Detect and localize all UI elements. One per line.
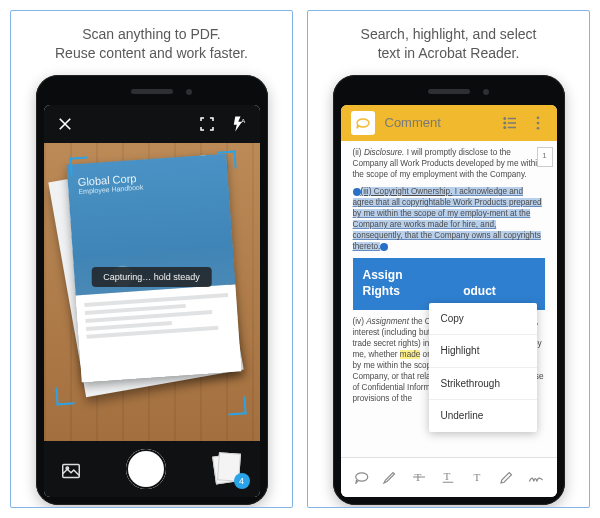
right-caption: Search, highlight, and select text in Ac…: [341, 11, 557, 75]
gallery-icon[interactable]: [60, 460, 78, 478]
left-caption: Scan anything to PDF. Reuse content and …: [35, 11, 268, 75]
selection-handle-start[interactable]: [353, 188, 361, 196]
capture-toast: Capturing… hold steady: [91, 267, 212, 287]
thumbnail-stack[interactable]: 4: [214, 453, 244, 485]
reader-screen: Comment 1 (ii) Disclosure. I will prompt…: [341, 105, 557, 497]
selection-handle-end[interactable]: [380, 243, 388, 251]
comment-tool-icon[interactable]: [351, 467, 371, 487]
sensor: [483, 89, 489, 95]
svg-point-5: [504, 127, 506, 129]
earpiece: [131, 89, 173, 94]
menu-strikethrough[interactable]: Strikethrough: [429, 368, 537, 401]
caption-line: Reuse content and work faster.: [55, 44, 248, 63]
svg-point-3: [504, 118, 506, 120]
svg-point-7: [536, 121, 539, 124]
caption-line: text in Acrobat Reader.: [361, 44, 537, 63]
scanner-top-bar: A: [44, 105, 260, 143]
signature-tool-icon[interactable]: [526, 467, 546, 487]
svg-text:T: T: [473, 471, 480, 483]
draw-tool-icon[interactable]: [497, 467, 517, 487]
caption-line: Search, highlight, and select: [361, 25, 537, 44]
toolbar-title: Comment: [385, 115, 491, 130]
left-panel: Scan anything to PDF. Reuse content and …: [10, 10, 293, 508]
flash-auto-icon[interactable]: A: [230, 115, 248, 133]
highlight-tool-icon[interactable]: [380, 467, 400, 487]
svg-point-4: [504, 122, 506, 124]
close-icon[interactable]: [56, 115, 74, 133]
right-panel: Search, highlight, and select text in Ac…: [307, 10, 590, 508]
paragraph: (ii) Disclosure. I will promptly disclos…: [353, 147, 545, 180]
annotation-toolbar: T T T: [341, 457, 557, 497]
strikethrough-tool-icon[interactable]: T: [409, 467, 429, 487]
menu-underline[interactable]: Underline: [429, 400, 537, 432]
svg-point-6: [536, 116, 539, 119]
document-body[interactable]: 1 (ii) Disclosure. I will promptly discl…: [341, 141, 557, 457]
thumb-count-badge: 4: [234, 473, 250, 489]
page-number[interactable]: 1: [537, 147, 553, 167]
text-tool-icon[interactable]: T: [468, 467, 488, 487]
menu-copy[interactable]: Copy: [429, 303, 537, 336]
context-menu: Copy Highlight Strikethrough Underline: [429, 303, 537, 432]
camera-viewfinder: Global Corp Employee Handbook Capturing……: [44, 143, 260, 441]
more-icon[interactable]: [529, 114, 547, 132]
crop-corner[interactable]: [217, 150, 236, 169]
scanner-bottom-bar: 4: [44, 441, 260, 497]
earpiece: [428, 89, 470, 94]
svg-text:T: T: [444, 470, 451, 482]
caption-line: Scan anything to PDF.: [55, 25, 248, 44]
svg-point-8: [536, 127, 539, 130]
sensor: [186, 89, 192, 95]
phone-frame: A Global Corp Employee Handbook: [36, 75, 268, 505]
doc-body-preview: [75, 284, 241, 382]
focus-icon[interactable]: [198, 115, 216, 133]
scanner-screen: A Global Corp Employee Handbook: [44, 105, 260, 497]
svg-text:A: A: [241, 117, 245, 123]
selected-paragraph[interactable]: (iii) Copyright Ownership. I acknowledge…: [353, 186, 545, 252]
back-comment-icon[interactable]: [351, 111, 375, 135]
crop-corner[interactable]: [55, 386, 74, 405]
phone-frame: Comment 1 (ii) Disclosure. I will prompt…: [333, 75, 565, 505]
menu-highlight[interactable]: Highlight: [429, 335, 537, 368]
underline-tool-icon[interactable]: T: [438, 467, 458, 487]
crop-corner[interactable]: [227, 396, 246, 415]
crop-corner[interactable]: [69, 156, 88, 175]
svg-point-2: [66, 467, 69, 470]
list-icon[interactable]: [501, 114, 519, 132]
reader-top-bar: Comment: [341, 105, 557, 141]
shutter-button[interactable]: [126, 449, 166, 489]
highlight-mark: made: [400, 350, 420, 359]
